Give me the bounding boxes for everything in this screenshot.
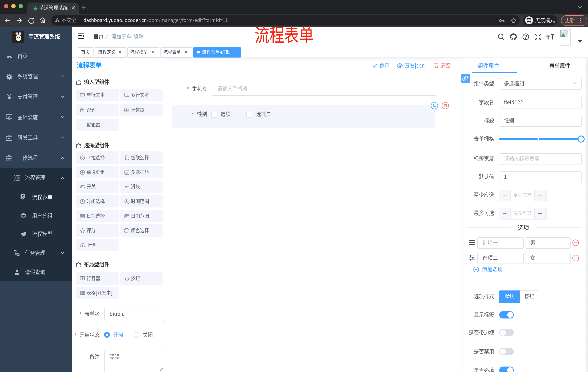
svg-text:123: 123: [124, 108, 129, 111]
